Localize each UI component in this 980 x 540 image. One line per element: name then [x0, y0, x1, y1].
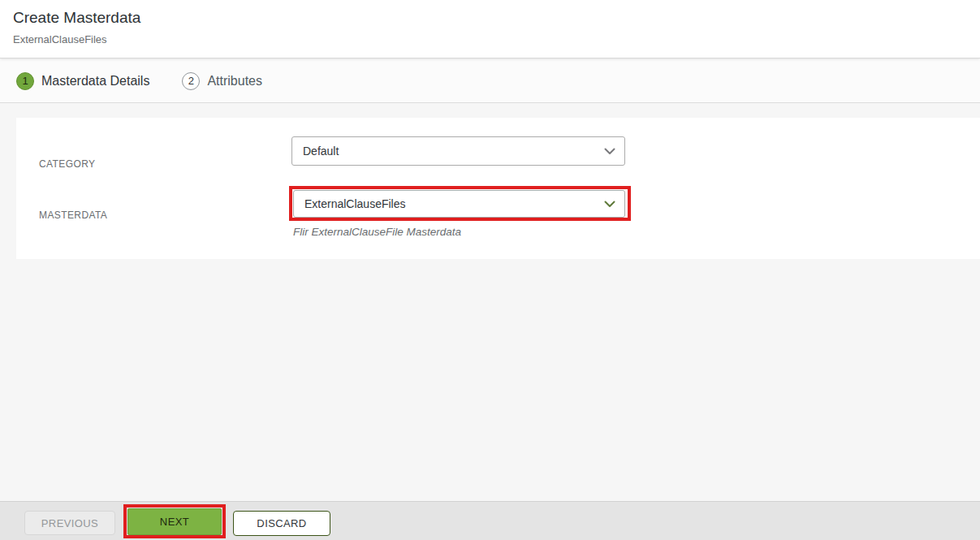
- step-1-badge: 1: [16, 72, 34, 90]
- chevron-down-icon: [603, 145, 616, 158]
- step-masterdata-details[interactable]: 1 Masterdata Details: [16, 72, 149, 90]
- previous-button[interactable]: PREVIOUS: [24, 511, 115, 535]
- category-dropdown[interactable]: Default: [291, 136, 625, 166]
- page-subtitle: ExternalClauseFiles: [13, 33, 107, 45]
- step-1-label: Masterdata Details: [41, 74, 149, 89]
- masterdata-field-label: MASTERDATA: [39, 210, 107, 221]
- wizard-steps-bar: 1 Masterdata Details 2 Attributes: [0, 59, 980, 103]
- step-2-badge: 2: [182, 72, 200, 90]
- chevron-down-icon: [603, 197, 616, 210]
- step-attributes[interactable]: 2 Attributes: [182, 72, 262, 90]
- step-2-label: Attributes: [207, 74, 262, 89]
- next-button[interactable]: NEXT: [127, 508, 222, 535]
- masterdata-dropdown[interactable]: ExternalClauseFiles: [293, 190, 625, 218]
- discard-button[interactable]: DISCARD: [233, 511, 330, 536]
- category-field-label: CATEGORY: [39, 158, 95, 170]
- category-dropdown-value: Default: [303, 145, 339, 158]
- page-header: Create Masterdata ExternalClauseFiles: [0, 0, 980, 58]
- masterdata-form-card: CATEGORY Default MASTERDATA ExternalClau…: [16, 118, 980, 259]
- masterdata-help-text: Flir ExternalClauseFile Masterdata: [293, 226, 461, 238]
- page-title: Create Masterdata: [13, 9, 140, 27]
- masterdata-dropdown-value: ExternalClauseFiles: [304, 197, 406, 210]
